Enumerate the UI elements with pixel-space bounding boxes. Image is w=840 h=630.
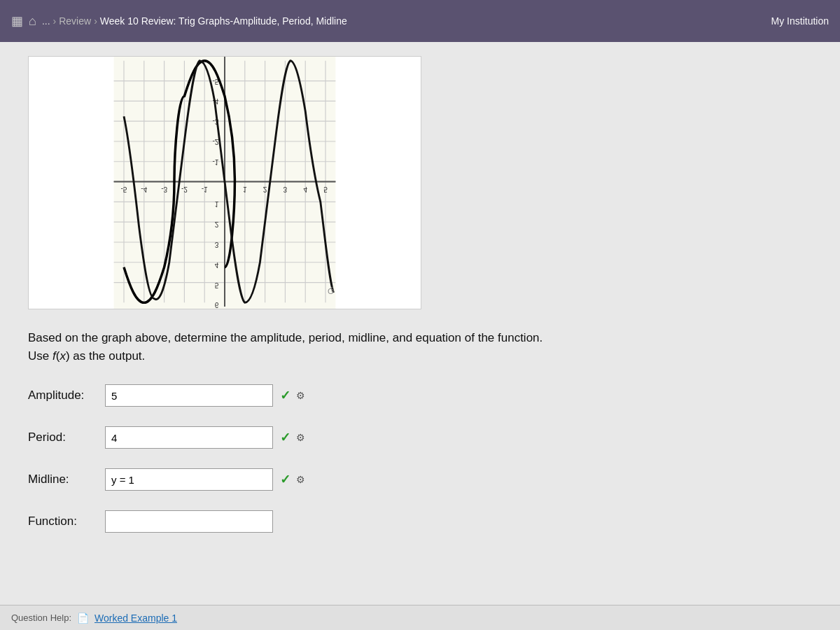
svg-text:3: 3 — [215, 241, 219, 248]
home-icon[interactable]: ⌂ — [29, 14, 36, 29]
function-input[interactable] — [105, 510, 273, 533]
svg-text:1: 1 — [215, 200, 219, 208]
institution-label: My Institution — [771, 15, 829, 27]
breadcrumb: ... › Review › Week 10 Review: Trig Grap… — [42, 15, 347, 27]
midline-row: Midline: ✓ ⚙ — [28, 468, 812, 491]
midline-check-icon: ✓ — [280, 472, 290, 487]
svg-text:-1: -1 — [202, 186, 208, 193]
svg-text:6: 6 — [215, 301, 219, 309]
cursor-indicator: Q — [328, 287, 334, 295]
svg-text:5: 5 — [215, 281, 219, 289]
svg-text:2: 2 — [215, 220, 219, 228]
svg-text:-4: -4 — [141, 186, 147, 193]
amplitude-input[interactable] — [105, 384, 273, 407]
period-input[interactable] — [105, 426, 273, 449]
question-help-label: Question Help: — [11, 612, 71, 623]
period-settings-icon[interactable]: ⚙ — [296, 432, 305, 443]
svg-text:3: 3 — [284, 186, 288, 193]
graph-container: -5 -4 -3 -2 -1 1 2 3 4 5 1 2 3 4 5 6 -1 … — [28, 56, 421, 309]
svg-text:4: 4 — [303, 186, 307, 193]
svg-text:4: 4 — [215, 261, 219, 269]
amplitude-label: Amplitude: — [28, 388, 105, 402]
document-icon: 📄 — [77, 612, 89, 624]
top-bar: ▦ ⌂ ... › Review › Week 10 Review: Trig … — [0, 0, 840, 42]
svg-text:5: 5 — [323, 186, 328, 193]
period-label: Period: — [28, 430, 105, 444]
amplitude-check-icon: ✓ — [280, 388, 290, 403]
period-row: Period: ✓ ⚙ — [28, 426, 812, 449]
function-label: Function: — [28, 514, 105, 528]
svg-text:-1: -1 — [212, 158, 218, 166]
top-bar-left: ▦ ⌂ ... › Review › Week 10 Review: Trig … — [11, 13, 347, 29]
amplitude-row: Amplitude: ✓ ⚙ — [28, 384, 812, 407]
main-content: -5 -4 -3 -2 -1 1 2 3 4 5 1 2 3 4 5 6 -1 … — [0, 42, 840, 605]
breadcrumb-ellipsis: ... — [42, 15, 50, 27]
svg-text:-5: -5 — [121, 186, 127, 193]
midline-settings-icon[interactable]: ⚙ — [296, 474, 305, 485]
amplitude-settings-icon[interactable]: ⚙ — [296, 390, 305, 401]
worked-example-link[interactable]: Worked Example 1 — [94, 612, 177, 624]
breadcrumb-current: Week 10 Review: Trig Graphs-Amplitude, P… — [100, 15, 347, 27]
svg-text:Q: Q — [328, 287, 334, 295]
svg-text:-3: -3 — [161, 186, 167, 193]
svg-text:1: 1 — [243, 186, 247, 193]
function-row: Function: — [28, 510, 812, 533]
svg-text:-2: -2 — [181, 186, 188, 193]
svg-text:2: 2 — [263, 186, 267, 193]
breadcrumb-review[interactable]: Review — [59, 15, 91, 27]
svg-text:-2: -2 — [212, 138, 218, 146]
question-text: Based on the graph above, determine the … — [28, 329, 812, 365]
breadcrumb-sep1: › — [53, 15, 57, 27]
help-bar: Question Help: 📄 Worked Example 1 — [0, 605, 840, 630]
question-line2: Use f(x) as the output. — [28, 347, 812, 365]
midline-label: Midline: — [28, 472, 105, 486]
midline-input[interactable] — [105, 468, 273, 491]
breadcrumb-sep2: › — [94, 15, 97, 27]
question-line1: Based on the graph above, determine the … — [28, 329, 812, 347]
menu-icon[interactable]: ▦ — [11, 13, 23, 29]
trig-graph: -5 -4 -3 -2 -1 1 2 3 4 5 1 2 3 4 5 6 -1 … — [29, 57, 421, 309]
period-check-icon: ✓ — [280, 430, 290, 445]
